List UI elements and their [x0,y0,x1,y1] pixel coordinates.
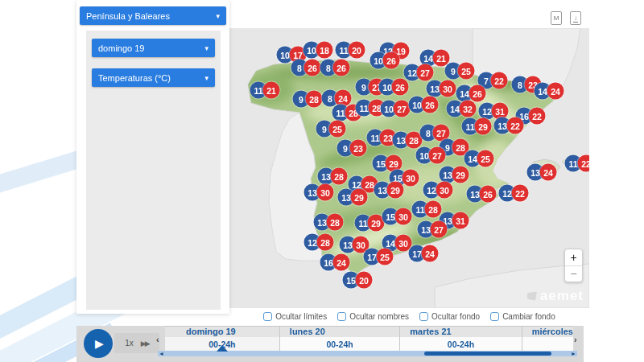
max-temp-marker[interactable]: 26 [383,52,400,69]
scrollbar-right-arrow[interactable]: ► [571,351,576,356]
decorative-streak [0,150,85,200]
map-option-label: Ocultar fondo [431,312,480,321]
timeline-scrollbar-thumb[interactable] [424,352,551,356]
download-button[interactable]: ↓ [570,11,581,25]
timeline-day-label: miércoles [522,327,573,337]
fast-forward-button[interactable]: ▶▶ [141,339,149,348]
max-temp-marker[interactable]: 22 [491,72,508,89]
map-option-cambiar-fondo[interactable]: Cambiar fondo [490,312,555,321]
max-temp-marker[interactable]: 28 [425,201,442,218]
timeline-day-martes-21[interactable]: martes 2100-24h [399,327,521,351]
timeline-day-lunes-20[interactable]: lunes 2000-24h [279,327,399,351]
max-temp-marker[interactable]: 26 [392,79,409,96]
max-temp-marker[interactable]: 24 [540,164,557,181]
max-temp-marker[interactable]: 26 [333,60,350,76]
timeline-day-label: martes 21 [400,327,521,337]
max-temp-marker[interactable]: 21 [263,82,280,99]
variable-dropdown-label: Temperaturas (°C) [98,73,171,83]
checkbox-icon[interactable] [419,312,428,321]
max-temp-marker[interactable]: 27 [417,64,434,81]
max-temp-marker[interactable]: 30 [436,182,453,199]
max-temp-marker[interactable]: 25 [377,249,394,265]
max-temp-marker[interactable]: 20 [349,42,365,59]
sidebar: Península y Baleares ▾ domingo 19 ▾ Temp… [76,0,229,314]
max-temp-marker[interactable]: 20 [356,272,373,289]
max-temp-marker[interactable]: 23 [350,140,367,157]
map-option-ocultar-nombres[interactable]: Ocultar nombres [337,312,409,321]
timeline-next-arrow[interactable]: › [574,335,577,344]
max-temp-marker[interactable]: 29 [475,118,492,135]
scrollbar-left-arrow[interactable]: ◄ [159,351,164,356]
current-time-pointer [217,345,228,352]
max-temp-marker[interactable]: 26 [422,97,439,113]
checkbox-icon[interactable] [337,312,346,321]
temperature-markers-layer: 1017101811201219142110268268261227925722… [229,28,589,308]
max-temp-marker[interactable]: 26 [480,186,497,203]
max-temp-marker[interactable]: 22 [507,117,524,134]
max-temp-marker[interactable]: 30 [440,80,456,97]
map-mode-button[interactable]: M [551,11,562,25]
max-temp-marker[interactable]: 26 [304,60,321,76]
checkbox-icon[interactable] [263,312,272,321]
timeline-day-range[interactable]: 00-24h [400,337,521,351]
max-temp-marker[interactable]: 22 [529,108,546,125]
map-option-ocultar-límites[interactable]: Ocultar límites [263,312,327,321]
timeline-prev-arrow[interactable]: ‹ [156,335,159,344]
max-temp-marker[interactable]: 27 [429,147,446,164]
max-temp-marker[interactable]: 30 [317,184,334,201]
download-icon-bar [573,22,578,23]
max-temp-marker[interactable]: 28 [331,168,348,185]
day-dropdown-label: domingo 19 [98,43,145,53]
map-zoom-control: + − [564,249,583,282]
map-toolbar: M ↓ [551,11,581,25]
zoom-out-button[interactable]: − [565,266,582,282]
speed-label[interactable]: 1x [125,339,134,348]
region-dropdown-label: Península y Baleares [86,11,170,21]
max-temp-marker[interactable]: 29 [387,182,404,199]
timeline-day-label: domingo 19 [165,327,279,337]
max-temp-marker[interactable]: 25 [458,63,475,80]
region-dropdown[interactable]: Península y Baleares ▾ [80,6,226,25]
play-button[interactable]: ▶ [84,329,113,358]
aemet-logo: aemet [524,285,589,308]
map-option-label: Ocultar límites [275,312,327,321]
map-option-ocultar-fondo[interactable]: Ocultar fondo [419,312,480,321]
chevron-down-icon: ▾ [216,12,220,20]
max-temp-marker[interactable]: 31 [452,212,469,229]
max-temp-marker[interactable]: 25 [477,150,494,167]
variable-dropdown[interactable]: Temperaturas (°C) ▾ [92,68,215,87]
max-temp-marker[interactable]: 27 [431,221,448,238]
max-temp-marker[interactable]: 30 [402,170,419,187]
timeline-day-range[interactable] [522,337,573,351]
speed-control: 1x ▶▶ [114,333,159,353]
timeline-scrollbar[interactable]: ◄ ► [158,351,577,356]
max-temp-marker[interactable]: 24 [333,254,350,271]
max-temp-marker[interactable]: 22 [578,155,590,172]
max-temp-marker[interactable]: 27 [394,101,411,117]
max-temp-marker[interactable]: 28 [306,91,323,108]
max-temp-marker[interactable]: 24 [422,245,439,262]
map-option-label: Ocultar nombres [349,312,409,321]
sidebar-panel: domingo 19 ▾ Temperaturas (°C) ▾ [86,31,221,310]
max-temp-marker[interactable]: 29 [452,167,469,183]
max-temp-marker[interactable]: 24 [547,83,564,100]
timeline-day-label: lunes 20 [280,327,399,337]
play-icon: ▶ [95,337,104,350]
max-temp-marker[interactable]: 30 [395,208,412,225]
map-options-bar: Ocultar límitesOcultar nombresOcultar fo… [229,309,589,324]
max-temp-marker[interactable]: 25 [329,121,346,138]
max-temp-marker[interactable]: 26 [469,85,486,102]
max-temp-marker[interactable]: 18 [316,42,333,59]
day-dropdown[interactable]: domingo 19 ▾ [92,39,215,57]
max-temp-marker[interactable]: 28 [317,234,334,251]
zoom-in-button[interactable]: + [565,249,582,266]
max-temp-marker[interactable]: 28 [327,214,344,231]
timeline-day-range[interactable]: 00-24h [280,337,399,351]
time-control-bar: ▶ 1x ▶▶ ‹ domingo 1900-24hlunes 2000-24h… [76,326,584,362]
checkbox-icon[interactable] [490,312,499,321]
max-temp-marker[interactable]: 29 [351,189,368,206]
max-temp-marker[interactable]: 32 [460,101,477,117]
weather-map[interactable]: 1017101811201219142110268268261227925722… [229,28,589,308]
max-temp-marker[interactable]: 22 [512,185,529,202]
timeline-day-miércoles[interactable]: miércoles [522,327,573,351]
